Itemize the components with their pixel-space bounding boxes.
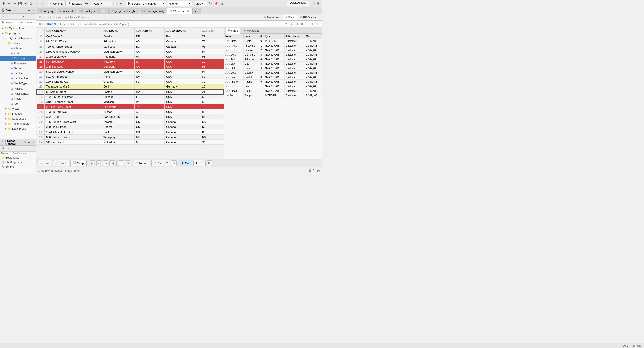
- tree-item-track[interactable]: ⊞Track: [0, 96, 36, 101]
- sql-filter-input[interactable]: [60, 22, 282, 27]
- meta-tab-metadata[interactable]: ⊞ MetaData: [242, 28, 261, 34]
- save-button[interactable]: ✓ Save: [38, 160, 52, 166]
- tab-category[interactable]: ⊞category: [37, 8, 56, 14]
- panel-arrow-icon[interactable]: →: [16, 14, 21, 19]
- tab-employee[interactable]: ⊞Employee: [78, 8, 99, 14]
- tree-item-customer[interactable]: ⊞Customer: [0, 56, 36, 61]
- sub-tab-er-diagram[interactable]: ⊞ER Diagram: [297, 15, 321, 20]
- table-row[interactable]: 272211 W Berry StreetFort WorthTXUSA76: [37, 104, 224, 109]
- col-header-address[interactable]: ABCAddress▾|?: [44, 28, 102, 34]
- table-row[interactable]: 33696 Osborne StreetWinnipegMBCanadaR3: [37, 135, 224, 140]
- table-row[interactable]: 29302 S 700 ESalt Lake CityUTUSA84: [37, 114, 224, 119]
- none-selector[interactable]: <None> ▾: [167, 1, 192, 6]
- toolbar-icon-pin[interactable]: 📌: [213, 1, 218, 6]
- tree-item-playlist[interactable]: ⊞Playlist: [0, 86, 36, 91]
- nav-prev-btn[interactable]: ◁: [96, 160, 102, 166]
- panels-button[interactable]: ⊞ Panels ▾: [151, 160, 170, 166]
- tab-rewards[interactable]: frewards_report(: [140, 8, 166, 14]
- tree-item-invoiceline[interactable]: ⊞InvoiceLine: [0, 76, 36, 81]
- panel-more-icon[interactable]: ▾: [21, 14, 26, 19]
- table-row[interactable]: 148210 111 ST NWEdmontonABCanadaT6: [37, 39, 224, 44]
- filter-dropdown-btn[interactable]: ▾: [284, 22, 288, 26]
- toolbar-icon-1[interactable]: ⚙: [1, 1, 6, 6]
- tree-item-mediatype[interactable]: ⊞MediaType: [0, 81, 36, 86]
- commit-button[interactable]: ✓ Commit: [48, 1, 65, 6]
- proj-minimize[interactable]: ─: [27, 141, 31, 144]
- status-refresh-icon[interactable]: ↻: [313, 169, 315, 172]
- limit-dropdown[interactable]: 200 ▾: [195, 1, 207, 6]
- table-row[interactable]: 22120 S Orange AveOrlandoFLUSA32: [37, 79, 224, 84]
- table-row[interactable]: 21801 W 4th StreetRenoNVUSA89: [37, 74, 224, 79]
- auto-dropdown[interactable]: Auto ▾: [92, 1, 112, 6]
- toolbar-icon-gear2[interactable]: ⚙: [316, 1, 321, 6]
- filter-clear-btn[interactable]: ✕: [300, 22, 304, 26]
- tab-more[interactable]: ▸5: [192, 8, 201, 14]
- col-filter-icon[interactable]: ▾|?: [63, 30, 67, 32]
- toolbar-icon-arrow[interactable]: ▾: [118, 1, 123, 6]
- table-row[interactable]: 26319 N. Frances StreetMadisonWIUSA53: [37, 99, 224, 104]
- toolbar-icon-6[interactable]: ⬜: [34, 1, 39, 6]
- nav-last-btn[interactable]: ▷|: [109, 160, 115, 166]
- tree-item-postgres[interactable]: ▶📁postgres: [0, 31, 36, 36]
- table-row[interactable]: 18627 BroadwayNew YorkNYUSA10: [37, 59, 224, 64]
- project-item-bookmarks[interactable]: 📁 Bookmarks: [0, 155, 36, 160]
- project-item-er diagrams[interactable]: 📊 ER Diagrams: [0, 160, 36, 164]
- proj-delete-icon[interactable]: −: [11, 146, 16, 151]
- table-row[interactable]: 20541 Del Medio AvenueMountain ViewCAUSA…: [37, 69, 224, 74]
- col-header-country[interactable]: ABCCountry▾|?: [165, 28, 200, 34]
- meta-row[interactable]: ABCPost...Postal...8NVARCHARCustomer2,14…: [224, 75, 322, 80]
- toolbar-icon-3[interactable]: ↪: [12, 1, 17, 6]
- meta-row[interactable]: ABCStateState6NVARCHARCustomer2,147,483: [224, 66, 322, 71]
- table-row[interactable]: 161600 Amphitheatre ParkwayMountain View…: [37, 49, 224, 54]
- filter-apply-btn[interactable]: ⊞: [294, 22, 299, 26]
- db-panel-close-x[interactable]: ✕: [14, 9, 16, 12]
- script-button[interactable]: 📝 Script: [70, 160, 87, 166]
- tree-item-indexes[interactable]: ▶📁Indexes: [0, 111, 36, 116]
- tab-mockdata[interactable]: ⊞mockdata: [57, 8, 77, 14]
- tree-item-sequences[interactable]: ▶📁Sequences: [0, 116, 36, 121]
- extra-mode-btn[interactable]: ⊞: [207, 160, 212, 166]
- tab-customer[interactable]: ⊞*Customer✕: [167, 8, 192, 14]
- table-row[interactable]: 31230 Elgin StreetOttawaONCanadaK2: [37, 124, 224, 129]
- filter-icon-7[interactable]: ⟩: [315, 22, 320, 26]
- toolbar-icon-8[interactable]: ≡▾: [84, 1, 89, 6]
- nav-first-btn[interactable]: |◁: [90, 160, 95, 166]
- col-filter-icon[interactable]: ▾|?: [115, 30, 118, 32]
- col-filter-icon[interactable]: ▾|?: [149, 30, 152, 32]
- col-header-state[interactable]: ABCState▾|?: [134, 28, 165, 34]
- toolbar-icon-layout[interactable]: ⬜: [310, 1, 315, 6]
- table-row[interactable]: 2469 Salem StreetBostonMAUSA21: [37, 89, 224, 94]
- meta-row[interactable]: ABCFirst...FirstNa...1NVARCHARCustomer2,…: [224, 44, 322, 48]
- toolbar-icon-2[interactable]: ↩: [7, 1, 12, 6]
- table-row[interactable]: 13Qe 7 Bloco GBrasíliaDFBrazil71: [37, 34, 224, 39]
- filter-icon-6[interactable]: ⟨: [310, 22, 315, 26]
- project-close-x[interactable]: ✕: [24, 141, 26, 144]
- meta-row[interactable]: ABCPhonePhone9NVARCHARCustomer2,147,483: [224, 80, 322, 84]
- sub-tab-properties[interactable]: ⊞Properties: [261, 15, 282, 20]
- meta-row[interactable]: ABCCityCity5NVARCHARCustomer2,147,483: [224, 62, 322, 66]
- rollback-button[interactable]: ↺ Rollback: [65, 1, 84, 6]
- table-row[interactable]: 15700 W Pender StreetVancouverBCCanadaV6: [37, 44, 224, 49]
- table-row[interactable]: 23Tauentzienstraße 8BerlinGermany10: [37, 84, 224, 89]
- project-item-scripts[interactable]: 🔧 Scripts: [0, 164, 36, 169]
- table-row[interactable]: 281033 N Park AveTucsonAZUSA85: [37, 109, 224, 114]
- filter-refresh-btn[interactable]: ↻: [289, 22, 294, 26]
- table-row[interactable]: 32194A Chain Lake DriveHalifaxNSCanadaB3: [37, 129, 224, 135]
- toolbar-icon-5[interactable]: ☐: [29, 1, 34, 6]
- meta-row[interactable]: ABCAdd...Address4NVARCHARCustomer2,147,4…: [224, 57, 322, 62]
- meta-maximize[interactable]: □: [317, 29, 320, 32]
- text-mode-btn[interactable]: T Text: [193, 160, 206, 166]
- tree-item-genre[interactable]: ⊞Genre: [0, 66, 36, 71]
- table-row[interactable]: 345112 48 StreetYellowknifeNTCanadaX1: [37, 140, 224, 145]
- panel-new-icon[interactable]: +: [1, 14, 6, 19]
- tree-item-album[interactable]: ⊞Album: [0, 46, 36, 51]
- nav-copy-row-btn[interactable]: ⧉: [125, 160, 130, 166]
- col-filter-icon[interactable]: ▾|?: [183, 30, 186, 32]
- tree-item-artist[interactable]: ⊞Artist: [0, 51, 36, 56]
- table-row[interactable]: 191 Infinite LoopCupertinoCAUSA95: [37, 64, 224, 69]
- tree-item-system-info[interactable]: ▶📁System Info: [0, 26, 36, 31]
- settings-btn[interactable]: ⚙: [171, 160, 177, 166]
- meta-row[interactable]: ABCCo...Compa...3NVARCHARCustomer2,147,4…: [224, 53, 322, 57]
- col-header-city[interactable]: ABCCity▾|?: [102, 28, 134, 34]
- meta-row[interactable]: ABCCou...Country7NVARCHARCustomer2,147,4…: [224, 71, 322, 75]
